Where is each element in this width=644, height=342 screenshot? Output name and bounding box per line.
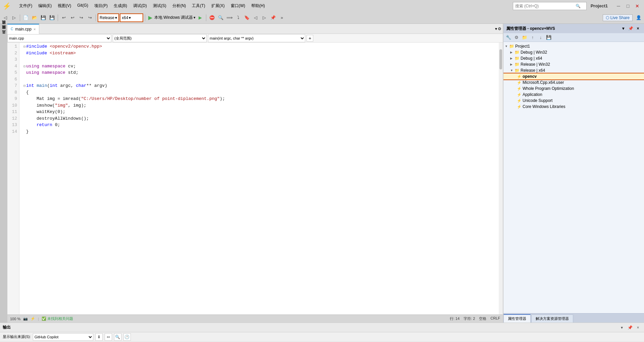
run-btn2[interactable]: ▶ [196,14,204,22]
release-x64-arrow[interactable]: ▼ [510,69,514,72]
output-controls: ▾ 📌 × [619,324,641,331]
menu-build[interactable]: 生成(B) [111,2,130,10]
function-scope-select[interactable]: main(int argc, char ** argv) [208,34,305,42]
output-time-btn[interactable]: 🕐 [123,333,131,341]
project-scope-select[interactable]: main.cpp [7,34,111,42]
run-arrow[interactable]: ▾ [194,15,196,20]
watch-button[interactable]: 🔍 [217,14,225,22]
menu-git[interactable]: Git(G) [74,2,91,10]
tree-unicode[interactable]: ⚡ Unicode Support [503,98,644,104]
minimize-button[interactable]: ─ [614,2,623,10]
maximize-button[interactable]: □ [624,2,632,10]
config-dropdown[interactable]: Release ▾ [98,13,119,22]
tree-debug-x64[interactable]: ▶ 📁 Debug | x64 [503,55,644,61]
props-up-btn[interactable]: ↑ [529,34,536,41]
menu-help[interactable]: 帮助(H) [249,2,268,10]
menu-tools[interactable]: 工具(T) [189,2,208,10]
tree-release-x64[interactable]: ▼ 📁 Release | x64 [503,67,644,73]
user-icon[interactable]: 👤 [635,14,643,22]
props-down-btn[interactable]: ↓ [537,34,544,41]
tree-opencv[interactable]: ⚡ opencv [503,73,644,79]
output-find-btn[interactable]: 🔍 [114,333,121,341]
search-box[interactable]: 🔍 [513,2,587,10]
menu-window[interactable]: 窗口(W) [228,2,248,10]
step-in-button[interactable]: ⤵ [234,14,242,22]
menu-project[interactable]: 项目(P) [92,2,110,10]
root-label: Project1 [515,44,530,49]
bookmark-button[interactable]: 🔖 [243,14,251,22]
redo-button[interactable]: ↪ [77,14,85,22]
nav-prev-button[interactable]: ◁ [252,14,260,22]
menu-file[interactable]: 文件(F) [16,2,35,10]
menu-test[interactable]: 测试(S) [150,2,169,10]
props-tab-solution[interactable]: 解决方案资源管理器 [531,315,573,323]
new-file-button[interactable]: 📄 [22,14,30,22]
release-win32-arrow[interactable]: ▶ [510,63,514,66]
debug-win32-arrow[interactable]: ▶ [510,51,514,54]
breakpoints-button[interactable]: ⛔ [208,14,216,22]
close-button[interactable]: ✕ [633,2,641,10]
run-group: ▶ 本地 Windows 调试器 ▾ ▶ [147,14,204,22]
editor-tab-main-cpp[interactable]: C main.cpp × [7,24,39,34]
root-arrow[interactable]: ▼ [505,45,508,48]
tree-debug-win32[interactable]: ▶ 📁 Debug | Win32 [503,49,644,55]
forward-button[interactable]: ▷ [10,14,18,22]
separator-1 [20,14,20,21]
props-save-btn[interactable]: 💾 [545,34,552,41]
search-input[interactable] [515,4,576,8]
output-collapse-btn[interactable]: ▾ [619,324,625,331]
settings-editor-icon[interactable]: ⚙ [498,26,501,31]
undo2-button[interactable]: ↩ [68,14,76,22]
props-close-btn[interactable]: × [635,25,641,32]
back-button[interactable]: ◁ [1,14,9,22]
menu-debug[interactable]: 调试(D) [130,2,150,10]
editor-header: main.cpp (全局范围) main(int argc, char ** a… [7,34,503,43]
global-scope-select[interactable]: (全局范围) [113,34,207,42]
tab-close-button[interactable]: × [34,27,36,31]
props-wrench2-btn[interactable]: ⚙ [513,34,520,41]
scroll-bar[interactable] [499,43,503,315]
tree-whole-program[interactable]: ⚡ Whole Program Optimization [503,86,644,92]
power-icon[interactable]: ⚡ [31,317,35,321]
arch-dropdown[interactable]: x64 ▾ [120,13,143,22]
sidebar-tab-toolbox[interactable]: 工具箱 [0,35,7,39]
nav-next-button[interactable]: ▷ [260,14,268,22]
props-folder-btn[interactable]: 📁 [521,34,528,41]
tree-release-win32[interactable]: ▶ 📁 Release | Win32 [503,61,644,67]
output-clear-btn[interactable]: ⬇ [95,333,103,341]
output-pin-btn[interactable]: 📌 [627,324,633,331]
props-collapse-btn[interactable]: ▾ [620,25,627,32]
output-source-select[interactable]: GitHub Copilot [33,333,93,341]
props-pin-btn[interactable]: 📌 [627,25,634,32]
tree-msft-cpp[interactable]: ⚡ Microsoft.Cpp.x64.user [503,79,644,86]
save-button[interactable]: 💾 [39,14,47,22]
output-wrap-btn[interactable]: ⇔ [105,333,112,341]
props-tab-properties[interactable]: 属性管理器 [503,314,531,323]
more-btn[interactable]: » [278,14,286,22]
code-content[interactable]: ⊟#include <opencv2/opencv.hpp> #include … [19,43,499,315]
save-all-button[interactable]: 💾 [48,14,56,22]
debug-x64-arrow[interactable]: ▶ [510,57,514,60]
redo2-button[interactable]: ↪ [86,14,94,22]
undo-button[interactable]: ↩ [60,14,68,22]
step-over-button[interactable]: ⟹ [225,14,233,22]
menu-edit[interactable]: 编辑(E) [36,2,54,10]
props-wrench-btn[interactable]: 🔧 [505,34,512,41]
output-close-btn[interactable]: × [635,324,641,331]
live-share-button[interactable]: ⬡ Live Share [603,14,633,21]
zoom-icon[interactable]: 📷 [23,317,28,321]
sidebar-tab-resources[interactable]: 资源视图 [0,25,7,29]
menu-view[interactable]: 视图(V) [55,2,74,10]
pin-button[interactable]: 📌 [269,14,277,22]
menu-analyze[interactable]: 分析(N) [170,2,189,10]
open-file-button[interactable]: 📂 [31,14,39,22]
tree-root[interactable]: ▼ 📁 Project1 [503,43,644,49]
tree-core-windows[interactable]: ⚡ Core Windows Libraries [503,104,644,110]
add-scope-button[interactable]: + [307,35,313,42]
menu-extensions[interactable]: 扩展(X) [209,2,227,10]
run-button[interactable]: ▶ [147,14,154,21]
tree-application[interactable]: ⚡ Application [503,92,644,98]
scroll-thumb[interactable] [499,49,502,69]
sidebar-tab-team[interactable]: 团队资源管理器 [0,30,7,34]
collapse-editor-icon[interactable]: ▾ [495,26,497,31]
